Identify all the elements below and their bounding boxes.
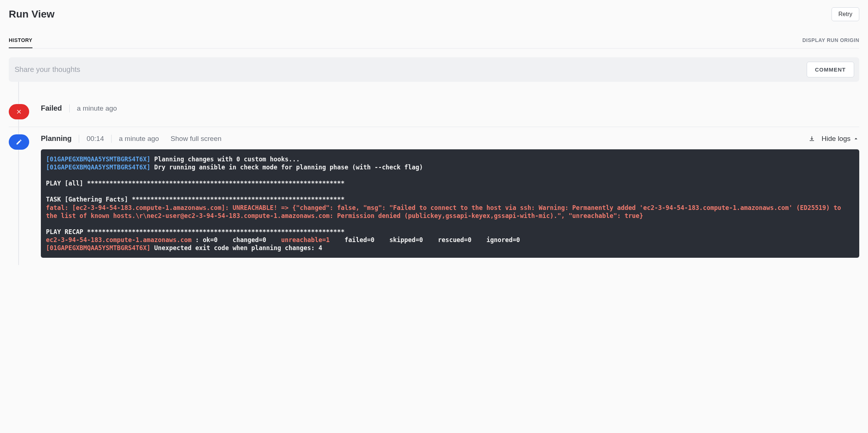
event-time-planning: a minute ago [119, 135, 159, 143]
log-fatal-error: fatal: [ec2-3-94-54-183.compute-1.amazon… [46, 204, 845, 219]
log-recap-stats: : ok=0 changed=0 [191, 236, 281, 244]
comment-button[interactable]: COMMENT [807, 62, 855, 77]
log-text: Planning changes with 0 custom hooks... [151, 156, 300, 163]
log-exit-code: Unexpected exit code when planning chang… [151, 244, 322, 252]
show-full-screen-link[interactable]: Show full screen [171, 135, 221, 143]
timeline: Failed a minute ago Planning 00:14 a min… [9, 96, 859, 265]
log-text: Dry running ansible in check mode for pl… [151, 164, 423, 171]
log-recap-host: ec2-3-94-54-183.compute-1.amazonaws.com [46, 236, 191, 244]
page-header: Run View Retry [9, 7, 859, 21]
event-name-failed: Failed [41, 104, 62, 112]
event-name-planning: Planning [41, 134, 71, 143]
hide-logs-label: Hide logs [822, 135, 850, 143]
event-planning: Planning 00:14 a minute ago Show full sc… [9, 127, 859, 265]
comment-box: COMMENT [9, 57, 859, 82]
hide-logs-button[interactable]: Hide logs [822, 135, 859, 143]
log-recap-header: PLAY RECAP *****************************… [46, 228, 345, 235]
log-output: [01GAPEGXBMQAA5YSMTBGRS4T6X] Planning ch… [41, 149, 859, 258]
log-recap-unreachable: unreachable=1 [281, 236, 330, 244]
log-play-header: PLAY [all] *****************************… [46, 180, 345, 187]
download-logs-button[interactable] [809, 135, 815, 142]
log-recap-stats: failed=0 skipped=0 rescued=0 ignored=0 [330, 236, 520, 244]
log-prefix: [01GAPEGXBMQAA5YSMTBGRS4T6X] [46, 156, 151, 163]
page-title: Run View [9, 8, 55, 20]
log-prefix: [01GAPEGXBMQAA5YSMTBGRS4T6X] [46, 244, 151, 252]
event-failed: Failed a minute ago [9, 96, 859, 127]
separator [79, 135, 79, 143]
failed-icon [9, 104, 29, 119]
separator [69, 104, 70, 112]
comment-input[interactable] [14, 63, 802, 76]
event-time-failed: a minute ago [77, 104, 117, 112]
tab-history[interactable]: HISTORY [9, 33, 32, 48]
separator [111, 135, 112, 143]
planning-icon [9, 134, 29, 150]
chevron-up-icon [853, 135, 859, 142]
retry-button[interactable]: Retry [832, 7, 859, 21]
tabs-bar: HISTORY DISPLAY RUN ORIGIN [9, 33, 859, 49]
event-duration-planning: 00:14 [86, 135, 104, 143]
tab-display-run-origin[interactable]: DISPLAY RUN ORIGIN [802, 33, 859, 48]
log-task-header: TASK [Gathering Facts] *****************… [46, 196, 345, 203]
log-prefix: [01GAPEGXBMQAA5YSMTBGRS4T6X] [46, 164, 151, 171]
